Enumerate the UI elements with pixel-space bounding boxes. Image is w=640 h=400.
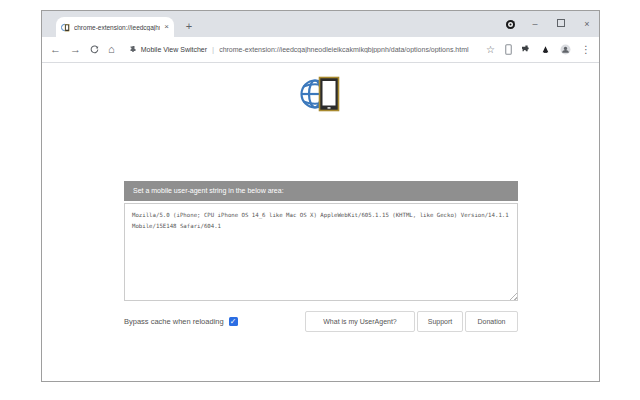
bypass-cache-label: Bypass cache when reloading bbox=[124, 317, 224, 326]
browser-window: chrome-extension://ieedcgajhne × + – × ←… bbox=[41, 10, 600, 382]
bypass-cache-checkbox[interactable]: ✓ bbox=[229, 317, 238, 326]
extensions-puzzle-icon[interactable] bbox=[522, 45, 531, 54]
donation-button[interactable]: Donation bbox=[465, 311, 518, 332]
minimize-button[interactable]: – bbox=[529, 20, 541, 29]
url-text: chrome-extension://ieedcgajhneodleieikca… bbox=[219, 46, 468, 53]
address-bar[interactable]: Mobile View Switcher | chrome-extension:… bbox=[124, 45, 477, 54]
what-is-my-useragent-button[interactable]: What is my UserAgent? bbox=[305, 311, 415, 332]
forward-icon[interactable]: → bbox=[70, 44, 81, 55]
reload-icon[interactable] bbox=[90, 45, 99, 54]
extension-puzzle-icon bbox=[128, 46, 136, 54]
url-divider: | bbox=[212, 45, 214, 54]
titlebar: chrome-extension://ieedcgajhne × + – × bbox=[42, 11, 599, 37]
maximize-button[interactable] bbox=[555, 19, 567, 29]
tab-favicon-globe-phone-icon bbox=[61, 23, 70, 32]
browser-menu-icon[interactable]: ⋮ bbox=[581, 45, 591, 55]
close-window-button[interactable]: × bbox=[581, 20, 593, 29]
tab-title: chrome-extension://ieedcgajhne bbox=[74, 24, 160, 31]
bookmark-star-icon[interactable]: ☆ bbox=[486, 45, 495, 55]
support-button[interactable]: Support bbox=[417, 311, 463, 332]
useragent-textarea[interactable]: Mozilla/5.0 (iPhone; CPU iPhone OS 14_6 … bbox=[124, 203, 518, 301]
extension-logo-globe-phone-icon bbox=[298, 74, 344, 114]
home-icon[interactable]: ⌂ bbox=[108, 44, 115, 55]
browser-toolbar: ← → ⌂ Mobile View Switcher | chrome-exte… bbox=[42, 37, 599, 63]
header-bar: Set a mobile user-agent string in the be… bbox=[124, 181, 518, 201]
mobile-view-switcher-extension-icon[interactable] bbox=[505, 44, 512, 55]
browser-tab[interactable]: chrome-extension://ieedcgajhne × bbox=[56, 17, 174, 37]
maximize-icon bbox=[557, 19, 565, 27]
new-tab-button[interactable]: + bbox=[182, 20, 196, 34]
profile-avatar-icon[interactable] bbox=[560, 44, 571, 55]
options-form: Set a mobile user-agent string in the be… bbox=[124, 181, 518, 332]
options-page: Set a mobile user-agent string in the be… bbox=[42, 63, 599, 381]
titlebar-circle-icon bbox=[506, 20, 515, 29]
extension-triangle-icon[interactable] bbox=[541, 45, 550, 54]
back-icon[interactable]: ← bbox=[50, 44, 61, 55]
tab-close-icon[interactable]: × bbox=[164, 23, 169, 31]
extension-name-label: Mobile View Switcher bbox=[141, 46, 207, 53]
